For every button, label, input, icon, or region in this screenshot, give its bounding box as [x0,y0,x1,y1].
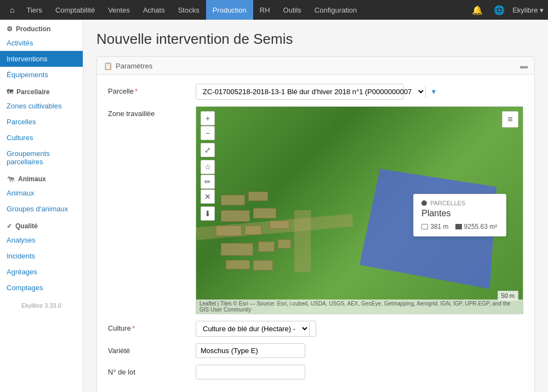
tooltip-stats: 381 m 9255.63 m² [421,223,498,230]
stat-perimeter: 381 m [421,223,448,230]
navbar: ⌂ Tiers Comptabilité Ventes Achats Stock… [0,0,548,20]
parcelle-row: Parcelle ZC-017005218-2018-13-1 Blé dur … [108,84,523,100]
sidebar-item-groupes-animaux[interactable]: Groupes d'animaux [0,201,83,217]
building-12 [253,260,273,270]
sidebar-item-zones-cultivables[interactable]: Zones cultivables [0,98,83,114]
parcelle-select[interactable]: ZC-017005218-2018-13-1 Blé dur d'hiver 2… [196,84,425,99]
variete-control [196,343,523,358]
nav-rh[interactable]: RH [253,0,277,20]
building-10 [278,239,291,249]
collapse-button[interactable]: ▬ [520,61,528,70]
nav-production[interactable]: Production [206,0,253,20]
map-control-wrap: + − ⤢ ☆ ✏ ✕ ⬇ ≡ [196,106,523,314]
sidebar-version: Ekylibre 3.33.0 [0,296,83,315]
sidebar-item-parcelles[interactable]: Parcelles [0,114,83,130]
map-layers-button[interactable]: ≡ [502,111,518,128]
variete-input[interactable] [196,343,305,358]
parcellaire-icon: 🗺 [7,88,13,96]
tooltip-header-label: PARCELLES [430,200,465,206]
tooltip-dot [421,200,427,206]
building-3 [221,210,250,222]
sidebar-item-incidents[interactable]: Incidents [0,248,83,264]
production-icon: ⚙ [7,25,13,33]
sidebar-item-analyses[interactable]: Analyses [0,232,83,248]
stat-area: 9255.63 m² [455,223,498,230]
map-attribution: Leaflet | Tiles © Esri — Source: Esri, i… [196,299,523,314]
culture-label: Culture [108,321,196,332]
qualite-icon: ✓ [7,222,12,230]
map-tooltip-header: PARCELLES [421,200,498,206]
animaux-icon: 🐄 [7,175,15,183]
sidebar-item-equipements[interactable]: Équipements [0,67,83,83]
parametres-icon: 📋 [104,62,112,70]
nav-outils[interactable]: Outils [277,0,308,20]
parametres-panel: 📋 Paramètres ▬ Parcelle ZC-017005218-201… [96,56,535,392]
building-6 [245,226,261,235]
sidebar-production-header: ⚙ Production [0,20,83,35]
parcelle-label: Parcelle [108,84,196,95]
culture-select[interactable]: Culture de blé dur (Hectare) - [196,321,309,336]
variete-row: Variété [108,343,523,358]
perimeter-icon [421,224,428,229]
zoom-out-button[interactable]: − [201,126,215,140]
page-title: Nouvelle intervention de Semis [96,31,535,48]
globe-icon[interactable]: 🌐 [490,5,508,15]
user-menu[interactable]: Ekylibre ▾ [512,6,544,14]
building-5 [216,226,242,236]
download-button[interactable]: ⬇ [201,206,215,221]
culture-row: Culture Culture de blé dur (Hectare) - ▼ [108,321,523,337]
sidebar: ⚙ Production Activités Interventions Équ… [0,20,83,392]
zone-travaillee-label: Zone travaillée [108,106,196,118]
lot-control [196,365,523,379]
sidebar-item-activites[interactable]: Activités [0,35,83,51]
lot-input[interactable] [196,365,305,379]
culture-dropdown-icon: ▼ [309,322,316,336]
parametres-label: Paramètres [116,62,152,70]
building-2 [248,192,268,201]
parametres-panel-header: 📋 Paramètres ▬ [97,57,534,75]
fullscreen-button[interactable]: ⤢ [201,143,215,157]
area-value: 9255.63 m² [464,223,498,230]
parcelle-dropdown-btn[interactable]: ▼ [425,85,442,98]
map-container[interactable]: + − ⤢ ☆ ✏ ✕ ⬇ ≡ [196,106,523,314]
sidebar-parcellaire-header: 🗺 Parcellaire [0,83,83,98]
building-9 [258,241,275,252]
area-icon [455,224,462,229]
building-1 [221,195,246,205]
parcelle-control: ZC-017005218-2018-13-1 Blé dur d'hiver 2… [196,84,523,100]
sidebar-qualite-header: ✓ Qualité [0,217,83,232]
culture-control: Culture de blé dur (Hectare) - ▼ [196,321,523,337]
culture-select-wrap[interactable]: Culture de blé dur (Hectare) - ▼ [196,321,316,337]
building-7 [270,221,289,229]
sidebar-item-groupements[interactable]: Groupements parcellaires [0,146,83,170]
nav-configuration[interactable]: Configuration [308,0,363,20]
home-icon[interactable]: ⌂ [4,5,20,14]
sidebar-item-cultures[interactable]: Cultures [0,130,83,146]
bell-icon[interactable]: 🔔 [469,5,486,15]
close-draw-button[interactable]: ✕ [201,189,215,204]
zone-travaillee-row: Zone travaillée [108,106,523,314]
nav-ventes[interactable]: Ventes [101,0,136,20]
nav-comptabilite[interactable]: Comptabilité [49,0,101,20]
nav-stocks[interactable]: Stocks [172,0,206,20]
sidebar-item-comptages[interactable]: Comptages [0,280,83,296]
map-tooltip: PARCELLES Plantes 381 m 9255.63 [413,194,506,237]
sidebar-item-animaux[interactable]: Animaux [0,185,83,201]
building-4 [253,208,276,218]
sidebar-item-agreages[interactable]: Agréages [0,264,83,280]
building-11 [226,260,250,269]
parcelle-select-wrap[interactable]: ZC-017005218-2018-13-1 Blé dur d'hiver 2… [196,84,404,100]
edit-button[interactable]: ✏ [201,175,215,189]
sidebar-animaux-header: 🐄 Animaux [0,170,83,185]
sidebar-item-interventions[interactable]: Interventions [0,51,83,67]
map-controls-left: + − ⤢ ☆ ✏ ✕ ⬇ [201,111,215,221]
building-8 [221,243,254,256]
favorite-button[interactable]: ☆ [201,160,215,174]
variete-label: Variété [108,343,196,355]
main-content: Nouvelle intervention de Semis 📋 Paramèt… [83,20,548,392]
nav-tiers[interactable]: Tiers [20,0,48,20]
nav-achats[interactable]: Achats [136,0,172,20]
tooltip-title: Plantes [421,209,498,218]
perimeter-value: 381 m [430,223,448,230]
zoom-in-button[interactable]: + [201,111,215,125]
